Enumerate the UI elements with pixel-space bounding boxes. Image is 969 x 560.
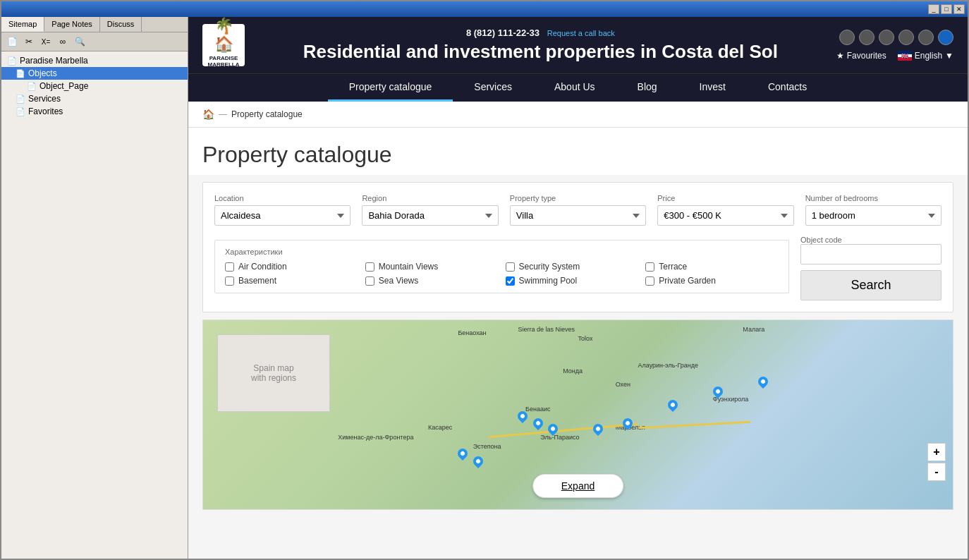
region-label: Region: [362, 194, 498, 202]
map-pin-5[interactable]: [471, 454, 485, 468]
minimize-button[interactable]: _: [928, 4, 939, 14]
tab-page-notes[interactable]: Page Notes: [44, 17, 99, 32]
char-col-1: Mountain Views Sea Views: [365, 262, 499, 286]
private-garden-checkbox[interactable]: [645, 276, 654, 286]
close-button[interactable]: ✕: [953, 4, 965, 14]
expand-button[interactable]: Expand: [532, 474, 623, 498]
sea-views-checkbox[interactable]: [365, 276, 374, 286]
property-type-select[interactable]: Villa: [510, 205, 646, 226]
char-col-2: Security System Swimming Pool: [506, 262, 639, 286]
main-layout: Sitemap Page Notes Discuss 📄 ✂ X= ∞ 🔍 📄 …: [1, 17, 968, 559]
price-label: Price: [657, 194, 793, 202]
mountain-views-checkbox[interactable]: [365, 262, 374, 272]
map-pin-6[interactable]: [591, 422, 605, 436]
map-terrain: Spain mapwith regions Бенаохан Sierra de…: [203, 320, 953, 509]
tree-item-services[interactable]: 📄 Services: [1, 92, 188, 105]
chevron-down-icon: ▼: [945, 51, 953, 61]
map-pin-4[interactable]: [456, 446, 470, 461]
maximize-button[interactable]: □: [941, 4, 952, 14]
security-system-checkbox[interactable]: [506, 262, 515, 272]
tree-view: 📄 Paradise Marbella 📄 Objects 📄 Object_P…: [1, 51, 188, 559]
air-condition-checkbox[interactable]: [225, 262, 234, 272]
social-icon-5[interactable]: [918, 30, 934, 45]
left-panel: Sitemap Page Notes Discuss 📄 ✂ X= ∞ 🔍 📄 …: [1, 17, 188, 559]
map-area: Spain mapwith regions Бенаохан Sierra de…: [202, 319, 953, 510]
tree-item-objects[interactable]: 📄 Objects: [1, 67, 188, 80]
map-pin-10[interactable]: [756, 375, 770, 389]
social-icon-1[interactable]: [839, 30, 855, 45]
file-icon: 📄: [16, 69, 25, 78]
char-sea-views[interactable]: Sea Views: [365, 276, 499, 286]
tab-sitemap[interactable]: Sitemap: [1, 17, 44, 32]
nav-item-property-catalogue[interactable]: Property catalogue: [328, 74, 453, 102]
page-title-area: Property catalogue: [188, 128, 968, 175]
map-label-monda: Монда: [563, 367, 583, 375]
char-swimming-pool[interactable]: Swimming Pool: [506, 276, 639, 286]
social-icon-4[interactable]: [898, 30, 914, 45]
social-icon-3[interactable]: [879, 30, 894, 45]
char-terrace[interactable]: Terrace: [645, 262, 779, 272]
char-private-garden[interactable]: Private Garden: [645, 276, 779, 286]
favourites-button[interactable]: ★ Favourites: [836, 51, 886, 61]
char-basement[interactable]: Basement: [225, 276, 358, 286]
page-title: Property catalogue: [202, 142, 953, 168]
map-pin-2[interactable]: [531, 416, 545, 430]
callback-link[interactable]: Request a call back: [547, 29, 615, 37]
social-icon-6[interactable]: [938, 30, 953, 45]
formula-icon[interactable]: X=: [39, 35, 53, 49]
price-select[interactable]: €300 - €500 K: [657, 205, 793, 226]
object-code-label: Object code: [800, 236, 941, 244]
map-label-ojen: Охен: [616, 381, 630, 388]
social-icon-2[interactable]: [859, 30, 874, 45]
link-icon[interactable]: ∞: [56, 35, 70, 49]
cut-icon[interactable]: ✂: [22, 35, 36, 49]
terrace-checkbox[interactable]: [645, 262, 654, 272]
nav-item-about-us[interactable]: About Us: [533, 74, 616, 102]
filter-group-price: Price €300 - €500 K: [657, 194, 793, 226]
nav-item-invest[interactable]: Invest: [678, 74, 747, 102]
tree-item-label: Favorites: [28, 106, 63, 116]
sea-views-label: Sea Views: [379, 276, 418, 286]
page-icon[interactable]: 📄: [5, 35, 19, 49]
nav-item-contacts[interactable]: Contacts: [747, 74, 828, 102]
tree-item-label: Objects: [28, 68, 57, 78]
private-garden-label: Private Garden: [659, 276, 716, 286]
tree-item-label: Object_Page: [39, 81, 88, 91]
file-icon: 📄: [27, 82, 37, 91]
region-select[interactable]: Bahia Dorada: [362, 205, 498, 226]
map-pin-8[interactable]: [666, 398, 680, 412]
logo-palm-icon: 🌴🏠: [205, 17, 242, 54]
tree-item-favorites[interactable]: 📄 Favorites: [1, 105, 188, 118]
breadcrumb-home-icon[interactable]: 🏠: [202, 109, 214, 120]
zoom-in-button[interactable]: +: [927, 443, 946, 461]
zoom-out-button[interactable]: -: [927, 463, 946, 481]
air-condition-label: Air Condition: [238, 262, 287, 272]
swimming-pool-checkbox[interactable]: [506, 276, 515, 286]
site-logo[interactable]: 🌴🏠 PARADISE MARBELLA REALTY: [202, 24, 245, 66]
location-label: Location: [214, 194, 351, 202]
star-icon: ★: [836, 51, 844, 61]
basement-checkbox[interactable]: [225, 276, 234, 286]
bedrooms-select[interactable]: 1 bedroom: [805, 205, 941, 226]
title-bar-buttons: _ □ ✕: [928, 4, 965, 14]
location-select[interactable]: Alcaidesa: [214, 205, 351, 226]
tree-item-object-page[interactable]: 📄 Object_Page: [1, 80, 188, 92]
tree-item-label: Services: [28, 94, 61, 104]
map-inset-text: Spain mapwith regions: [251, 363, 296, 383]
char-mountain-views[interactable]: Mountain Views: [365, 262, 499, 272]
nav-item-blog[interactable]: Blog: [616, 74, 678, 102]
tab-discuss[interactable]: Discuss: [100, 17, 142, 32]
filter-row-dropdowns: Location Alcaidesa Region Bahia Dorada: [214, 194, 941, 226]
header-right: ★ Favourites 🇬🇧 English ▼: [836, 30, 953, 61]
language-label: English: [915, 51, 942, 61]
title-bar: _ □ ✕: [1, 1, 968, 17]
search-icon[interactable]: 🔍: [73, 35, 87, 49]
char-security-system[interactable]: Security System: [506, 262, 639, 272]
object-code-input[interactable]: [800, 244, 941, 264]
language-selector[interactable]: 🇬🇧 English ▼: [898, 51, 953, 61]
char-air-condition[interactable]: Air Condition: [225, 262, 358, 272]
panel-tabs: Sitemap Page Notes Discuss: [1, 17, 188, 32]
nav-item-services[interactable]: Services: [453, 74, 533, 102]
tree-item-paradise-marbella[interactable]: 📄 Paradise Marbella: [1, 54, 188, 67]
search-button[interactable]: Search: [800, 270, 941, 300]
